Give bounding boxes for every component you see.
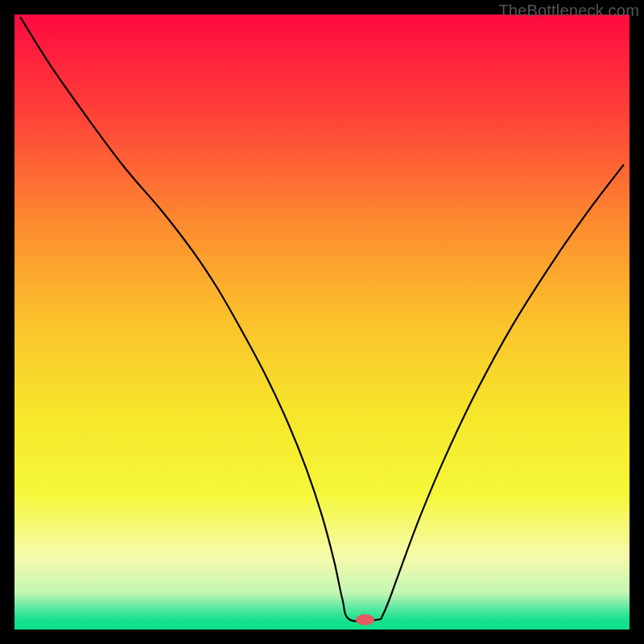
chart-plot [14,14,630,630]
watermark-text: TheBottleneck.com [498,2,639,20]
chart-svg [14,14,630,630]
chart-background [14,14,630,630]
optimal-marker [356,614,374,625]
